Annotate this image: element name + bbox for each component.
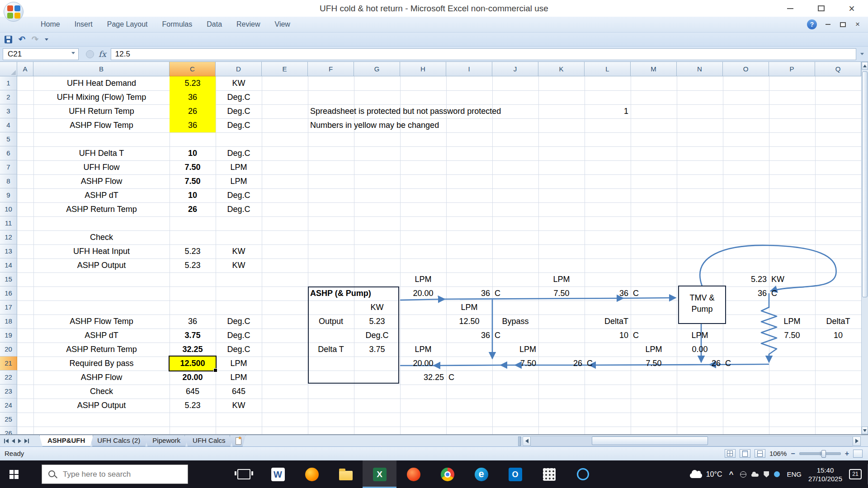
cell-I19[interactable]: 36 bbox=[446, 328, 492, 343]
row-header-11[interactable]: 11 bbox=[0, 216, 17, 230]
cell-B3[interactable]: UFH Return Temp bbox=[33, 104, 170, 118]
cell-I22[interactable]: C bbox=[448, 371, 454, 385]
undo-icon[interactable]: ↶ bbox=[19, 35, 25, 43]
cell-Q18[interactable]: DeltaT bbox=[815, 314, 861, 328]
cell-D1[interactable]: KW bbox=[216, 76, 262, 90]
col-header-A[interactable]: A bbox=[17, 62, 33, 76]
cell-H16[interactable]: 20.00 bbox=[400, 286, 446, 300]
ribbon-tab-insert[interactable]: Insert bbox=[67, 17, 100, 32]
col-header-G[interactable]: G bbox=[354, 62, 400, 76]
taskbar-icon-browser-2[interactable] bbox=[396, 460, 430, 488]
cell-H21[interactable]: 20.00 bbox=[400, 357, 446, 371]
expand-formula-bar-icon[interactable] bbox=[856, 51, 868, 57]
cell-Q19[interactable]: 10 bbox=[815, 328, 861, 343]
security-shield-icon[interactable] bbox=[764, 471, 769, 478]
workbook-minimize-button[interactable] bbox=[824, 21, 832, 28]
cell-B1[interactable]: UFH Heat Demand bbox=[33, 76, 170, 90]
row-header-18[interactable]: 18 bbox=[0, 314, 17, 328]
cell-C10[interactable]: 26 bbox=[170, 202, 216, 216]
cell-C8[interactable]: 7.50 bbox=[170, 174, 216, 188]
onedrive-icon[interactable] bbox=[751, 474, 759, 477]
zoom-slider[interactable] bbox=[799, 452, 841, 455]
cell-C3[interactable]: 26 bbox=[170, 104, 216, 118]
horizontal-scrollbar[interactable] bbox=[518, 436, 861, 446]
cell-N20[interactable]: 0.00 bbox=[677, 343, 723, 357]
cell-D24[interactable]: KW bbox=[216, 399, 262, 413]
close-button[interactable]: × bbox=[846, 4, 857, 14]
cell-G18[interactable]: 5.23 bbox=[354, 314, 400, 328]
workbook-restore-button[interactable] bbox=[839, 21, 847, 28]
workbook-close-button[interactable]: × bbox=[854, 21, 862, 28]
cell-D4[interactable]: Deg.C bbox=[216, 118, 262, 132]
zoom-in-icon[interactable]: + bbox=[845, 450, 849, 457]
col-header-J[interactable]: J bbox=[492, 62, 538, 76]
cell-B10[interactable]: ASHP Return Temp bbox=[33, 202, 170, 216]
cell-C6[interactable]: 10 bbox=[170, 146, 216, 160]
name-box[interactable]: C21 bbox=[3, 48, 79, 60]
cell-M19[interactable]: C bbox=[633, 328, 639, 343]
page-break-view-button[interactable] bbox=[755, 449, 765, 458]
cell-B18[interactable]: ASHP Flow Temp bbox=[33, 314, 170, 328]
cell-C24[interactable]: 5.23 bbox=[170, 399, 216, 413]
cell-B2[interactable]: UFH Mixing (Flow) Temp bbox=[33, 90, 170, 104]
row-header-7[interactable]: 7 bbox=[0, 160, 17, 174]
row-header-13[interactable]: 13 bbox=[0, 244, 17, 258]
taskbar-icon-word[interactable]: W bbox=[261, 460, 295, 488]
col-header-H[interactable]: H bbox=[400, 62, 446, 76]
cell-O21[interactable]: C bbox=[725, 357, 731, 371]
cell-D18[interactable]: Deg.C bbox=[216, 314, 262, 328]
cell-D22[interactable]: LPM bbox=[216, 371, 262, 385]
col-header-L[interactable]: L bbox=[585, 62, 631, 76]
weather-widget[interactable]: 10°C bbox=[690, 470, 722, 479]
action-center-icon[interactable]: 21 bbox=[849, 469, 862, 479]
zoom-out-icon[interactable]: − bbox=[791, 450, 795, 457]
cell-D23[interactable]: 645 bbox=[216, 385, 262, 399]
ribbon-tab-data[interactable]: Data bbox=[199, 17, 229, 32]
cell-N21[interactable]: 26 bbox=[677, 357, 723, 371]
cell-B22[interactable]: ASHP Flow bbox=[33, 371, 170, 385]
cell-B20[interactable]: ASHP Return Temp bbox=[33, 343, 170, 357]
cell-K16[interactable]: 7.50 bbox=[538, 286, 585, 300]
cell-G20[interactable]: 3.75 bbox=[354, 343, 400, 357]
cell-D21[interactable]: LPM bbox=[216, 357, 262, 371]
cell-F18[interactable]: Output bbox=[308, 314, 354, 328]
cell-C2[interactable]: 36 bbox=[170, 90, 216, 104]
cell-O16[interactable]: 36 bbox=[723, 286, 769, 300]
cell-L18[interactable]: DeltaT bbox=[585, 314, 631, 328]
start-button[interactable] bbox=[0, 460, 28, 488]
row-header-1[interactable]: 1 bbox=[0, 76, 17, 90]
taskbar-icon-outlook[interactable]: O bbox=[498, 460, 532, 488]
ribbon-tab-home[interactable]: Home bbox=[33, 17, 67, 32]
cell-J16[interactable]: C bbox=[495, 286, 500, 300]
cell-D14[interactable]: KW bbox=[216, 258, 262, 272]
row-header-10[interactable]: 10 bbox=[0, 202, 17, 216]
cell-B8[interactable]: ASHP Flow bbox=[33, 174, 170, 188]
cell-B14[interactable]: ASHP Output bbox=[33, 258, 170, 272]
row-header-12[interactable]: 12 bbox=[0, 230, 17, 244]
cell-P18[interactable]: LPM bbox=[769, 314, 815, 328]
minimize-button[interactable] bbox=[785, 4, 796, 14]
cell-F20[interactable]: Delta T bbox=[308, 343, 354, 357]
clock[interactable]: 15:40 27/10/2025 bbox=[808, 466, 842, 483]
row-header-20[interactable]: 20 bbox=[0, 343, 17, 357]
cell-D9[interactable]: Deg.C bbox=[216, 188, 262, 202]
taskbar-icon-firefox[interactable] bbox=[295, 460, 329, 488]
next-sheet-icon[interactable] bbox=[18, 439, 21, 443]
customize-toolbar-icon[interactable] bbox=[45, 38, 48, 42]
cell-P16[interactable]: C bbox=[771, 286, 777, 300]
col-header-B[interactable]: B bbox=[33, 62, 170, 76]
cell-C19[interactable]: 3.75 bbox=[170, 328, 216, 343]
cell-H22[interactable]: 32.25 bbox=[400, 371, 446, 385]
worksheet-grid[interactable]: TMV & Pump ABCDEFGHIJKLMNOPQ123456789101… bbox=[0, 62, 861, 434]
cell-K15[interactable]: LPM bbox=[538, 272, 585, 286]
cell-J18[interactable]: Bypass bbox=[492, 314, 538, 328]
col-header-D[interactable]: D bbox=[216, 62, 262, 76]
row-header-6[interactable]: 6 bbox=[0, 146, 17, 160]
cell-F3[interactable]: Spreadsheet is protected but not passwor… bbox=[310, 104, 501, 118]
cell-L21[interactable]: C bbox=[587, 357, 593, 371]
vertical-scrollbar-thumb[interactable] bbox=[862, 71, 868, 297]
last-sheet-icon[interactable] bbox=[24, 439, 29, 443]
cell-D10[interactable]: Deg.C bbox=[216, 202, 262, 216]
cell-D2[interactable]: Deg.C bbox=[216, 90, 262, 104]
row-header-14[interactable]: 14 bbox=[0, 258, 17, 272]
